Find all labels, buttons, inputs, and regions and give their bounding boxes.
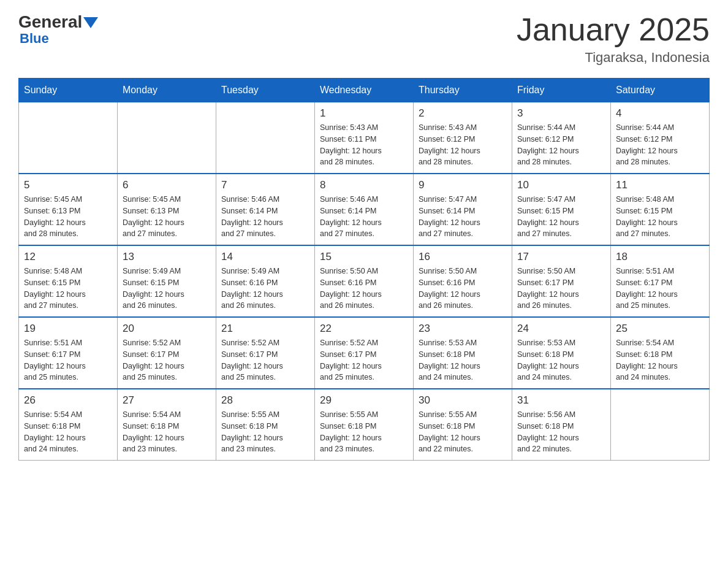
calendar-table: Sunday Monday Tuesday Wednesday Thursday… xyxy=(18,78,710,461)
day-number: 28 xyxy=(221,394,309,407)
calendar-cell: 22Sunrise: 5:52 AM Sunset: 6:17 PM Dayli… xyxy=(315,317,414,389)
logo-blue-text: Blue xyxy=(18,31,98,47)
day-number: 19 xyxy=(24,323,112,335)
calendar-week-1: 1Sunrise: 5:43 AM Sunset: 6:11 PM Daylig… xyxy=(19,102,710,174)
calendar-cell: 30Sunrise: 5:55 AM Sunset: 6:18 PM Dayli… xyxy=(414,389,512,461)
day-info: Sunrise: 5:55 AM Sunset: 6:18 PM Dayligh… xyxy=(320,409,408,455)
logo-area: General Blue xyxy=(18,12,98,47)
calendar-cell: 20Sunrise: 5:52 AM Sunset: 6:17 PM Dayli… xyxy=(118,317,216,389)
calendar-week-5: 26Sunrise: 5:54 AM Sunset: 6:18 PM Dayli… xyxy=(19,389,710,461)
day-number: 13 xyxy=(123,251,211,263)
day-number: 5 xyxy=(24,179,112,191)
day-info: Sunrise: 5:48 AM Sunset: 6:15 PM Dayligh… xyxy=(24,266,112,312)
day-number: 21 xyxy=(221,323,309,335)
day-number: 16 xyxy=(419,251,507,263)
calendar-cell xyxy=(216,102,315,174)
day-info: Sunrise: 5:46 AM Sunset: 6:14 PM Dayligh… xyxy=(221,194,309,240)
day-info: Sunrise: 5:54 AM Sunset: 6:18 PM Dayligh… xyxy=(123,409,211,455)
day-info: Sunrise: 5:46 AM Sunset: 6:14 PM Dayligh… xyxy=(320,194,408,240)
month-title: January 2025 xyxy=(517,12,710,47)
calendar-cell: 12Sunrise: 5:48 AM Sunset: 6:15 PM Dayli… xyxy=(19,245,118,317)
day-number: 24 xyxy=(517,323,605,335)
day-number: 22 xyxy=(320,323,408,335)
day-number: 14 xyxy=(221,251,309,263)
col-tuesday: Tuesday xyxy=(216,79,315,102)
calendar-cell xyxy=(19,102,118,174)
calendar-cell: 9Sunrise: 5:47 AM Sunset: 6:14 PM Daylig… xyxy=(414,174,512,245)
day-number: 29 xyxy=(320,394,408,407)
day-number: 25 xyxy=(616,323,704,335)
day-number: 9 xyxy=(419,179,507,191)
calendar-cell: 4Sunrise: 5:44 AM Sunset: 6:12 PM Daylig… xyxy=(611,102,710,174)
calendar-cell: 14Sunrise: 5:49 AM Sunset: 6:16 PM Dayli… xyxy=(216,245,315,317)
calendar-cell: 19Sunrise: 5:51 AM Sunset: 6:17 PM Dayli… xyxy=(19,317,118,389)
day-number: 6 xyxy=(123,179,211,191)
day-info: Sunrise: 5:50 AM Sunset: 6:17 PM Dayligh… xyxy=(517,266,605,312)
calendar-cell: 28Sunrise: 5:55 AM Sunset: 6:18 PM Dayli… xyxy=(216,389,315,461)
calendar-week-3: 12Sunrise: 5:48 AM Sunset: 6:15 PM Dayli… xyxy=(19,245,710,317)
day-number: 1 xyxy=(320,107,408,120)
day-number: 8 xyxy=(320,179,408,191)
day-info: Sunrise: 5:50 AM Sunset: 6:16 PM Dayligh… xyxy=(419,266,507,312)
day-info: Sunrise: 5:54 AM Sunset: 6:18 PM Dayligh… xyxy=(616,337,704,383)
calendar-cell: 11Sunrise: 5:48 AM Sunset: 6:15 PM Dayli… xyxy=(611,174,710,245)
day-info: Sunrise: 5:47 AM Sunset: 6:14 PM Dayligh… xyxy=(419,194,507,240)
col-saturday: Saturday xyxy=(611,79,710,102)
day-info: Sunrise: 5:52 AM Sunset: 6:17 PM Dayligh… xyxy=(320,337,408,383)
day-number: 11 xyxy=(616,179,704,191)
day-number: 31 xyxy=(517,394,605,407)
calendar-cell: 5Sunrise: 5:45 AM Sunset: 6:13 PM Daylig… xyxy=(19,174,118,245)
day-info: Sunrise: 5:54 AM Sunset: 6:18 PM Dayligh… xyxy=(24,409,112,455)
col-friday: Friday xyxy=(512,79,611,102)
calendar-cell: 6Sunrise: 5:45 AM Sunset: 6:13 PM Daylig… xyxy=(118,174,216,245)
day-info: Sunrise: 5:52 AM Sunset: 6:17 PM Dayligh… xyxy=(221,337,309,383)
title-area: January 2025 Tigaraksa, Indonesia xyxy=(517,12,710,66)
day-number: 23 xyxy=(419,323,507,335)
col-monday: Monday xyxy=(118,79,216,102)
calendar-cell: 25Sunrise: 5:54 AM Sunset: 6:18 PM Dayli… xyxy=(611,317,710,389)
calendar-cell: 27Sunrise: 5:54 AM Sunset: 6:18 PM Dayli… xyxy=(118,389,216,461)
day-info: Sunrise: 5:56 AM Sunset: 6:18 PM Dayligh… xyxy=(517,409,605,455)
col-thursday: Thursday xyxy=(414,79,512,102)
calendar-cell: 26Sunrise: 5:54 AM Sunset: 6:18 PM Dayli… xyxy=(19,389,118,461)
day-number: 20 xyxy=(123,323,211,335)
calendar-cell: 21Sunrise: 5:52 AM Sunset: 6:17 PM Dayli… xyxy=(216,317,315,389)
day-info: Sunrise: 5:43 AM Sunset: 6:12 PM Dayligh… xyxy=(419,122,507,168)
calendar-cell: 29Sunrise: 5:55 AM Sunset: 6:18 PM Dayli… xyxy=(315,389,414,461)
location-text: Tigaraksa, Indonesia xyxy=(517,50,710,66)
day-number: 2 xyxy=(419,107,507,120)
calendar-week-2: 5Sunrise: 5:45 AM Sunset: 6:13 PM Daylig… xyxy=(19,174,710,245)
day-info: Sunrise: 5:53 AM Sunset: 6:18 PM Dayligh… xyxy=(419,337,507,383)
day-info: Sunrise: 5:53 AM Sunset: 6:18 PM Dayligh… xyxy=(517,337,605,383)
calendar-cell: 8Sunrise: 5:46 AM Sunset: 6:14 PM Daylig… xyxy=(315,174,414,245)
day-number: 3 xyxy=(517,107,605,120)
calendar-cell: 1Sunrise: 5:43 AM Sunset: 6:11 PM Daylig… xyxy=(315,102,414,174)
day-number: 26 xyxy=(24,394,112,407)
calendar-cell: 2Sunrise: 5:43 AM Sunset: 6:12 PM Daylig… xyxy=(414,102,512,174)
calendar-cell: 15Sunrise: 5:50 AM Sunset: 6:16 PM Dayli… xyxy=(315,245,414,317)
day-number: 17 xyxy=(517,251,605,263)
calendar-cell xyxy=(118,102,216,174)
header-row: Sunday Monday Tuesday Wednesday Thursday… xyxy=(19,79,710,102)
day-info: Sunrise: 5:48 AM Sunset: 6:15 PM Dayligh… xyxy=(616,194,704,240)
calendar-cell: 3Sunrise: 5:44 AM Sunset: 6:12 PM Daylig… xyxy=(512,102,611,174)
day-info: Sunrise: 5:52 AM Sunset: 6:17 PM Dayligh… xyxy=(123,337,211,383)
calendar-cell: 16Sunrise: 5:50 AM Sunset: 6:16 PM Dayli… xyxy=(414,245,512,317)
page-header: General Blue January 2025 Tigaraksa, Ind… xyxy=(18,12,710,66)
calendar-cell: 7Sunrise: 5:46 AM Sunset: 6:14 PM Daylig… xyxy=(216,174,315,245)
logo: General xyxy=(18,12,98,32)
calendar-cell: 31Sunrise: 5:56 AM Sunset: 6:18 PM Dayli… xyxy=(512,389,611,461)
day-info: Sunrise: 5:51 AM Sunset: 6:17 PM Dayligh… xyxy=(24,337,112,383)
day-info: Sunrise: 5:55 AM Sunset: 6:18 PM Dayligh… xyxy=(419,409,507,455)
day-info: Sunrise: 5:44 AM Sunset: 6:12 PM Dayligh… xyxy=(517,122,605,168)
day-info: Sunrise: 5:49 AM Sunset: 6:15 PM Dayligh… xyxy=(123,266,211,312)
day-number: 12 xyxy=(24,251,112,263)
day-info: Sunrise: 5:49 AM Sunset: 6:16 PM Dayligh… xyxy=(221,266,309,312)
calendar-cell: 24Sunrise: 5:53 AM Sunset: 6:18 PM Dayli… xyxy=(512,317,611,389)
day-number: 4 xyxy=(616,107,704,120)
day-info: Sunrise: 5:47 AM Sunset: 6:15 PM Dayligh… xyxy=(517,194,605,240)
day-info: Sunrise: 5:51 AM Sunset: 6:17 PM Dayligh… xyxy=(616,266,704,312)
col-wednesday: Wednesday xyxy=(315,79,414,102)
day-info: Sunrise: 5:50 AM Sunset: 6:16 PM Dayligh… xyxy=(320,266,408,312)
day-info: Sunrise: 5:45 AM Sunset: 6:13 PM Dayligh… xyxy=(123,194,211,240)
